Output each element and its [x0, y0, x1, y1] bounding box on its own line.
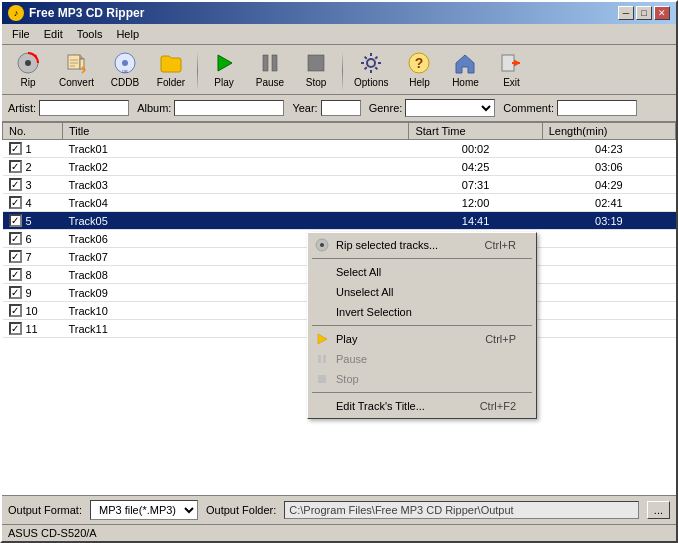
- convert-button[interactable]: Convert: [52, 48, 101, 91]
- status-bar: ASUS CD-S520/A: [2, 524, 676, 541]
- track-title-cell: Track03: [62, 176, 408, 194]
- close-button[interactable]: ✕: [654, 6, 670, 20]
- track-no-cell: ✓3: [3, 176, 63, 194]
- artist-input[interactable]: [39, 100, 129, 116]
- svg-rect-19: [318, 355, 321, 363]
- home-button[interactable]: Home: [443, 48, 487, 91]
- menu-file[interactable]: File: [6, 26, 36, 42]
- track-start-cell: 00:02: [409, 140, 542, 158]
- table-row[interactable]: ✓2Track0204:2503:06: [3, 158, 676, 176]
- track-checkbox[interactable]: ✓: [9, 286, 22, 299]
- track-checkbox[interactable]: ✓: [9, 250, 22, 263]
- track-checkbox[interactable]: ✓: [9, 232, 22, 245]
- track-checkbox-cell: ✓9: [9, 286, 57, 299]
- ctx-unselect-all[interactable]: Unselect All: [308, 282, 536, 302]
- track-length-cell: 03:19: [542, 212, 675, 230]
- track-checkbox[interactable]: ✓: [9, 196, 22, 209]
- artist-label: Artist:: [8, 102, 36, 114]
- title-bar: ♪ Free MP3 CD Ripper ─ □ ✕: [2, 2, 676, 24]
- stop-button[interactable]: Stop: [294, 48, 338, 91]
- minimize-button[interactable]: ─: [618, 6, 634, 20]
- ctx-play[interactable]: Play Ctrl+P: [308, 329, 536, 349]
- table-row[interactable]: ✓4Track0412:0002:41: [3, 194, 676, 212]
- genre-label: Genre:: [369, 102, 403, 114]
- genre-select[interactable]: [405, 99, 495, 117]
- help-button[interactable]: ? Help: [397, 48, 441, 91]
- title-bar-left: ♪ Free MP3 CD Ripper: [8, 5, 144, 21]
- rip-label: Rip: [20, 77, 35, 88]
- rip-button[interactable]: Rip: [6, 48, 50, 91]
- track-checkbox[interactable]: ✓: [9, 268, 22, 281]
- format-select[interactable]: MP3 file(*.MP3): [90, 500, 198, 520]
- track-number: 3: [26, 179, 32, 191]
- ctx-rip-selected[interactable]: Rip selected tracks... Ctrl+R: [308, 235, 536, 255]
- track-start-cell: 04:25: [409, 158, 542, 176]
- ctx-edit-title[interactable]: Edit Track's Title... Ctrl+F2: [308, 396, 536, 416]
- svg-rect-20: [323, 355, 326, 363]
- pause-button[interactable]: Pause: [248, 48, 292, 91]
- track-number: 9: [26, 287, 32, 299]
- col-header-length: Length(min): [542, 123, 675, 140]
- track-length-cell: [542, 230, 675, 248]
- track-length-cell: [542, 302, 675, 320]
- col-header-start: Start Time: [409, 123, 542, 140]
- table-row[interactable]: ✓1Track0100:0204:23: [3, 140, 676, 158]
- track-no-cell: ✓1: [3, 140, 63, 158]
- toolbar-sep-2: [342, 51, 343, 91]
- svg-point-6: [122, 60, 128, 66]
- track-no-cell: ✓9: [3, 284, 63, 302]
- browse-button[interactable]: ...: [647, 501, 670, 519]
- ctx-select-all-label: Select All: [336, 266, 381, 278]
- track-length-cell: 04:29: [542, 176, 675, 194]
- format-label: Output Format:: [8, 504, 82, 516]
- ctx-stop: Stop: [308, 369, 536, 389]
- ctx-pause-icon: [314, 351, 330, 367]
- options-button[interactable]: Options: [347, 48, 395, 91]
- svg-point-1: [25, 60, 31, 66]
- track-number: 7: [26, 251, 32, 263]
- ctx-pause-label: Pause: [336, 353, 367, 365]
- menu-tools[interactable]: Tools: [71, 26, 109, 42]
- folder-icon: [159, 51, 183, 75]
- track-checkbox[interactable]: ✓: [9, 322, 22, 335]
- album-input[interactable]: [174, 100, 284, 116]
- folder-input[interactable]: [284, 501, 639, 519]
- comment-input[interactable]: [557, 100, 637, 116]
- track-checkbox-cell: ✓7: [9, 250, 57, 263]
- maximize-button[interactable]: □: [636, 6, 652, 20]
- year-label: Year:: [292, 102, 317, 114]
- track-checkbox[interactable]: ✓: [9, 142, 22, 155]
- track-checkbox[interactable]: ✓: [9, 214, 22, 227]
- toolbar-sep-1: [197, 51, 198, 91]
- menu-help[interactable]: Help: [110, 26, 145, 42]
- year-input[interactable]: [321, 100, 361, 116]
- play-button[interactable]: Play: [202, 48, 246, 91]
- track-number: 1: [26, 143, 32, 155]
- stop-icon: [304, 51, 328, 75]
- album-label: Album:: [137, 102, 171, 114]
- track-no-cell: ✓11: [3, 320, 63, 338]
- track-checkbox-cell: ✓11: [9, 322, 57, 335]
- pause-label: Pause: [256, 77, 284, 88]
- ctx-play-shortcut: Ctrl+P: [485, 333, 516, 345]
- status-text: ASUS CD-S520/A: [8, 527, 97, 539]
- folder-button[interactable]: Folder: [149, 48, 193, 91]
- exit-button[interactable]: Exit: [489, 48, 533, 91]
- info-bar: Artist: Album: Year: Genre: Comment:: [2, 95, 676, 122]
- track-checkbox-cell: ✓2: [9, 160, 57, 173]
- help-icon: ?: [407, 51, 431, 75]
- cddb-button[interactable]: DB CDDB: [103, 48, 147, 91]
- table-row[interactable]: ✓3Track0307:3104:29: [3, 176, 676, 194]
- track-title-cell: Track02: [62, 158, 408, 176]
- ctx-select-all[interactable]: Select All: [308, 262, 536, 282]
- track-number: 5: [26, 215, 32, 227]
- ctx-invert-selection[interactable]: Invert Selection: [308, 302, 536, 322]
- menu-edit[interactable]: Edit: [38, 26, 69, 42]
- table-row[interactable]: ✓5Track0514:4103:19: [3, 212, 676, 230]
- track-checkbox[interactable]: ✓: [9, 178, 22, 191]
- track-length-cell: 03:06: [542, 158, 675, 176]
- track-checkbox[interactable]: ✓: [9, 304, 22, 317]
- track-checkbox[interactable]: ✓: [9, 160, 22, 173]
- convert-icon: [65, 51, 89, 75]
- ctx-sep-1: [312, 258, 532, 259]
